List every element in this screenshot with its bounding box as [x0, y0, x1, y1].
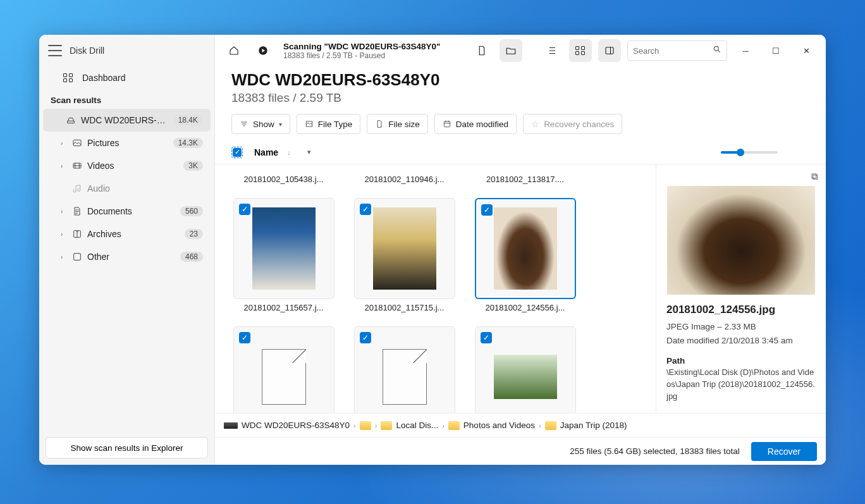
select-all-checkbox[interactable] — [231, 147, 243, 158]
svg-point-6 — [714, 46, 718, 51]
close-button[interactable]: ✕ — [794, 40, 818, 61]
list-view-button[interactable] — [540, 39, 563, 62]
file-name: 20181002_115657.j... — [244, 303, 324, 312]
grid-icon — [63, 73, 73, 83]
sidebar-documents[interactable]: › Documents 560 — [43, 200, 211, 223]
sidebar-videos[interactable]: › Videos 3K — [43, 154, 211, 177]
file-name: 20181002_115715.j... — [365, 303, 445, 312]
breadcrumb-item[interactable]: WDC WD20EURS-63S48Y0 — [242, 421, 350, 430]
audio-icon — [72, 183, 82, 194]
recovery-chances-filter[interactable]: ☆Recovery chances — [523, 114, 622, 134]
folder-icon — [381, 421, 392, 430]
chevron-right-icon: › — [539, 422, 541, 429]
folder-icon — [448, 421, 460, 430]
chevron-right-icon: › — [353, 422, 356, 429]
page-subtitle: 18383 files / 2.59 TB — [231, 91, 809, 105]
details-panel: ⧉ 20181002_124556.jpg JPEG Image – 2.33 … — [656, 164, 826, 413]
show-in-explorer-button[interactable]: Show scan results in Explorer — [46, 437, 208, 458]
file-grid[interactable]: 20181002_105438.j... 20181002_110946.j..… — [215, 164, 656, 413]
sidebar-other[interactable]: › Other 468 — [43, 245, 211, 268]
file-name: 20181002_124556.j... — [486, 303, 565, 312]
file-size-filter[interactable]: File size — [367, 114, 428, 134]
sidebar-pictures[interactable]: › Pictures 14.3K — [43, 132, 211, 154]
count-badge: 468 — [180, 252, 203, 262]
file-checkbox[interactable] — [360, 204, 371, 215]
sidebar-drive[interactable]: WDC WD20EURS-63S4... 18.4K — [43, 109, 211, 132]
recover-button[interactable]: Recover — [751, 442, 817, 461]
date-modified-filter[interactable]: Date modified — [434, 114, 517, 134]
file-card[interactable]: 20181002_124556.j... — [473, 198, 577, 312]
search-icon — [713, 45, 721, 56]
video-icon — [72, 161, 82, 171]
scan-subtitle: 18383 files / 2.59 TB - Paused — [283, 51, 440, 60]
file-card[interactable]: 20181002_115657.j... — [231, 198, 336, 312]
file-checkbox[interactable] — [239, 332, 250, 343]
file-view-button[interactable] — [470, 39, 493, 62]
details-date-modified: Date modified 2/10/2018 3:45 am — [666, 334, 816, 348]
chevron-right-icon: › — [61, 163, 67, 169]
sidebar-archives[interactable]: › Archives 23 — [43, 223, 211, 245]
svg-rect-5 — [606, 47, 613, 54]
show-filter[interactable]: Show▾ — [231, 114, 290, 134]
chevron-right-icon: › — [61, 231, 67, 238]
file-name: 20181002_113817.... — [486, 175, 564, 184]
file-card[interactable] — [231, 326, 336, 413]
nav-dashboard-label: Dashboard — [82, 73, 126, 83]
breadcrumb-item[interactable]: Japan Trip (2018) — [560, 421, 627, 430]
image-icon — [72, 138, 82, 148]
column-header: Name ↓ ▾ — [215, 140, 826, 164]
file-card[interactable] — [473, 326, 577, 413]
folder-view-button[interactable] — [500, 39, 522, 62]
breadcrumb-item[interactable]: Local Dis... — [396, 421, 438, 430]
name-column-header[interactable]: Name — [254, 147, 278, 157]
count-badge: 18.4K — [173, 115, 203, 125]
file-card[interactable]: 20181002_115715.j... — [352, 198, 457, 312]
toolbar: Scanning "WDC WD20EURS-63S48Y0" 18383 fi… — [215, 35, 826, 66]
file-type-filter[interactable]: File Type — [297, 114, 361, 134]
sort-arrow-icon: ↓ — [287, 149, 291, 156]
main-panel: Scanning "WDC WD20EURS-63S48Y0" 18383 fi… — [215, 35, 826, 465]
file-card[interactable]: 20181002_105438.j... — [231, 171, 336, 184]
sidebar-audio[interactable]: Audio — [43, 177, 211, 200]
file-card[interactable]: 20181002_113817.... — [473, 171, 577, 184]
file-checkbox[interactable] — [360, 332, 371, 343]
search-input[interactable] — [633, 46, 713, 56]
breadcrumb-item[interactable]: Photos and Videos — [463, 421, 535, 430]
document-icon — [72, 206, 82, 216]
app-title: Disk Drill — [70, 46, 104, 56]
details-filename: 20181002_124556.jpg — [666, 304, 816, 316]
menu-icon[interactable] — [48, 45, 62, 56]
thumbnail-size-slider[interactable] — [721, 151, 778, 154]
drive-icon — [224, 422, 238, 429]
chevron-right-icon: › — [61, 254, 67, 261]
nav-dashboard[interactable]: Dashboard — [39, 66, 214, 89]
breadcrumb: WDC WD20EURS-63S48Y0 › › Local Dis... › … — [215, 413, 826, 437]
home-button[interactable] — [223, 39, 245, 62]
file-card[interactable]: 20181002_110946.j... — [352, 171, 457, 184]
count-badge: 14.3K — [173, 138, 203, 148]
minimize-button[interactable]: ─ — [733, 40, 758, 61]
search-box[interactable] — [627, 40, 727, 61]
chevron-right-icon: › — [442, 422, 445, 429]
selection-stat: 255 files (5.64 GB) selected, 18383 file… — [570, 446, 740, 456]
file-card[interactable] — [352, 326, 457, 413]
archive-icon — [72, 229, 82, 239]
sidebar-item-label: Audio — [87, 183, 203, 194]
count-badge: 23 — [185, 229, 203, 239]
sidebar-item-label: WDC WD20EURS-63S4... — [81, 115, 168, 125]
count-badge: 3K — [183, 161, 203, 171]
sidebar-item-label: Archives — [87, 229, 180, 239]
details-pane-toggle[interactable] — [598, 39, 621, 62]
file-checkbox[interactable] — [481, 332, 492, 343]
sidebar: Disk Drill Dashboard Scan results WDC WD… — [39, 35, 215, 465]
grid-view-button[interactable] — [569, 39, 592, 62]
page-title: WDC WD20EURS-63S48Y0 — [231, 70, 809, 90]
file-checkbox[interactable] — [481, 204, 493, 216]
play-resume-button[interactable] — [252, 39, 274, 62]
preview-image — [667, 186, 815, 295]
chevron-down-icon[interactable]: ▾ — [307, 148, 311, 156]
popout-icon[interactable]: ⧉ — [811, 171, 818, 182]
maximize-button[interactable]: ☐ — [764, 40, 788, 61]
path-label: Path — [666, 356, 816, 366]
file-checkbox[interactable] — [239, 204, 250, 215]
